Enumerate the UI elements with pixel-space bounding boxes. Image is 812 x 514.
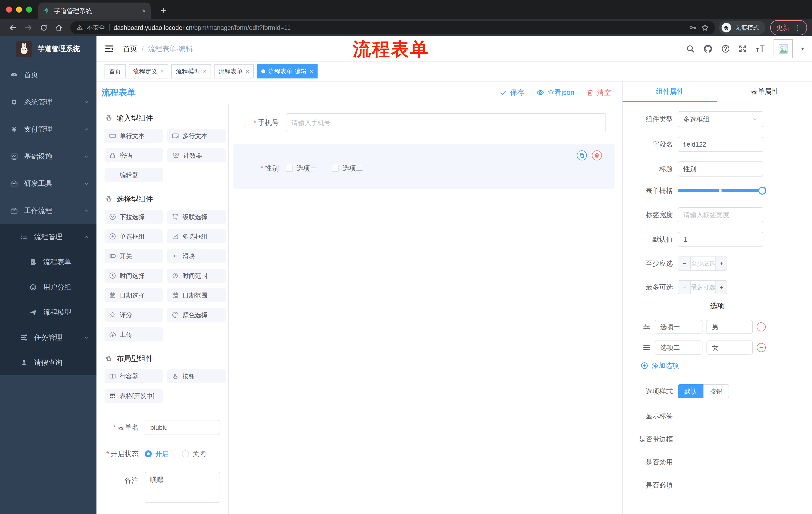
tab-close-icon[interactable]: ×: [142, 7, 146, 15]
sidebar-item-dev-tools[interactable]: 研发工具: [0, 170, 96, 197]
duplicate-component-button[interactable]: [577, 151, 587, 160]
remove-option-button[interactable]: [757, 322, 766, 331]
remove-option-button[interactable]: [757, 343, 766, 352]
palette-item-date-picker[interactable]: 日期选择: [105, 288, 163, 302]
sidebar-item-process-management[interactable]: 流程管理: [0, 224, 96, 249]
security-label[interactable]: 不安全: [87, 24, 105, 32]
browser-tab[interactable]: 芋道管理系统 ×: [38, 2, 151, 19]
palette-item-color-picker[interactable]: 颜色选择: [167, 308, 226, 322]
tag-close-icon[interactable]: ×: [246, 68, 249, 75]
forward-icon[interactable]: [24, 23, 33, 32]
sidebar-item-workflow[interactable]: 工作流程: [0, 197, 96, 224]
search-icon[interactable]: [686, 45, 695, 53]
label-width-input[interactable]: [678, 207, 763, 222]
tab-form-props[interactable]: 表单属性: [717, 81, 812, 102]
tag-process-model[interactable]: 流程模型×: [171, 64, 211, 78]
add-option-button[interactable]: 添加选项: [641, 361, 808, 370]
sidebar-item-process-model[interactable]: 流程模型: [0, 300, 96, 325]
sidebar-item-system[interactable]: 系统管理: [0, 88, 96, 116]
checkbox[interactable]: [286, 165, 293, 172]
decrement-button[interactable]: −: [678, 281, 691, 294]
home-icon[interactable]: [55, 24, 63, 32]
close-window-button[interactable]: [6, 6, 12, 12]
title-input[interactable]: [678, 161, 763, 177]
reload-icon[interactable]: [40, 24, 48, 32]
palette-item-multi-text[interactable]: 多行文本: [167, 129, 226, 143]
sidebar-item-infrastructure[interactable]: 基础设施: [0, 143, 96, 170]
minimize-window-button[interactable]: [16, 6, 22, 12]
form-remark-textarea[interactable]: 嘿嘿: [145, 472, 220, 503]
stepper-placeholder[interactable]: 至少应选: [691, 257, 715, 270]
palette-item-checkbox-group[interactable]: 多选框组: [167, 229, 226, 243]
gender-option-1[interactable]: 选项一: [286, 164, 317, 173]
field-name-input[interactable]: [678, 137, 763, 152]
canvas-field-phone[interactable]: *手机号: [233, 113, 615, 132]
fullscreen-icon[interactable]: [738, 45, 747, 53]
tab-component-props[interactable]: 组件属性: [622, 81, 717, 102]
palette-item-rate[interactable]: 评分: [105, 308, 163, 322]
palette-item-upload[interactable]: 上传: [105, 327, 163, 342]
gender-option-2[interactable]: 选项二: [332, 164, 363, 173]
url-text[interactable]: dashboard.yudao.iocoder.cn/bpm/manager/f…: [114, 24, 685, 31]
palette-item-time-range[interactable]: 时间范围: [167, 269, 226, 283]
link-tab[interactable]: [622, 103, 622, 118]
browser-menu-icon[interactable]: ⋮: [794, 24, 801, 32]
decrement-button[interactable]: −: [678, 257, 691, 270]
tag-close-icon[interactable]: ×: [310, 68, 313, 75]
radio-off[interactable]: [182, 450, 189, 457]
palette-item-switch[interactable]: 开关: [105, 249, 163, 263]
radio-off-label[interactable]: 关闭: [193, 450, 206, 458]
sidebar-item-home[interactable]: 首页: [0, 61, 96, 88]
palette-item-editor[interactable]: 编辑器: [105, 168, 163, 182]
sidebar-item-leave-query[interactable]: 请假查询: [0, 350, 96, 375]
window-controls[interactable]: [6, 6, 32, 12]
style-button-button[interactable]: 按钮: [703, 384, 729, 398]
radio-on[interactable]: [145, 450, 152, 457]
maximize-window-button[interactable]: [26, 6, 32, 12]
component-type-select[interactable]: 多选框组: [678, 111, 763, 127]
github-icon[interactable]: [703, 44, 713, 54]
tag-close-icon[interactable]: ×: [160, 68, 164, 75]
palette-item-radio-group[interactable]: 单选框组: [105, 229, 163, 243]
address-bar[interactable]: 不安全 dashboard.yudao.iocoder.cn/bpm/manag…: [70, 21, 715, 34]
palette-item-time-picker[interactable]: 时间选择: [105, 269, 163, 283]
increment-button[interactable]: +: [715, 281, 727, 294]
grid-slider[interactable]: [678, 187, 763, 195]
palette-item-cascader[interactable]: 级联选择: [167, 210, 226, 224]
tag-home[interactable]: 首页: [105, 64, 126, 78]
sidebar-item-process-form[interactable]: 流程表单: [0, 249, 96, 275]
option-label-input[interactable]: [655, 320, 702, 334]
palette-item-row-container[interactable]: 行容器: [105, 369, 163, 383]
stepper-placeholder[interactable]: 最多可选: [691, 281, 715, 294]
new-tab-button[interactable]: +: [157, 4, 170, 17]
style-default-button[interactable]: 默认: [678, 384, 703, 398]
palette-item-counter[interactable]: 123 计数器: [167, 148, 226, 162]
update-button[interactable]: 更新 ⋮: [770, 20, 807, 35]
tag-process-form-edit[interactable]: 流程表单-编辑×: [257, 64, 318, 78]
breadcrumb-home[interactable]: 首页: [123, 44, 137, 54]
palette-item-button[interactable]: 按钮: [167, 369, 226, 383]
phone-input[interactable]: [286, 113, 606, 132]
avatar-caret-icon[interactable]: ▾: [801, 46, 804, 52]
tag-process-definition[interactable]: 流程定义×: [128, 64, 168, 78]
clear-button[interactable]: 清空: [586, 88, 611, 97]
sidebar-item-user-group[interactable]: 用户分组: [0, 275, 96, 300]
bookmark-star-icon[interactable]: [701, 24, 709, 32]
help-icon[interactable]: [721, 45, 730, 53]
option-label-input[interactable]: [655, 341, 702, 355]
palette-item-password[interactable]: 密码: [105, 148, 163, 162]
slider-handle[interactable]: [758, 187, 766, 195]
palette-item-date-range[interactable]: 日期范围: [167, 288, 226, 302]
not-secure-warning-icon[interactable]: [76, 24, 83, 31]
radio-on-label[interactable]: 开启: [155, 450, 169, 458]
sidebar-item-task-management[interactable]: 任务管理: [0, 325, 96, 350]
palette-item-slider[interactable]: 滑块: [167, 249, 226, 263]
sidebar-collapse-icon[interactable]: [105, 44, 114, 54]
font-size-icon[interactable]: [755, 45, 765, 53]
palette-item-table[interactable]: 表格[开发中]: [105, 389, 163, 403]
tag-close-icon[interactable]: ×: [203, 68, 206, 75]
palette-item-select[interactable]: 下拉选择: [105, 210, 163, 224]
save-button[interactable]: 保存: [500, 88, 524, 97]
palette-item-single-text[interactable]: 单行文本: [105, 129, 163, 143]
option-value-input[interactable]: [706, 320, 753, 334]
